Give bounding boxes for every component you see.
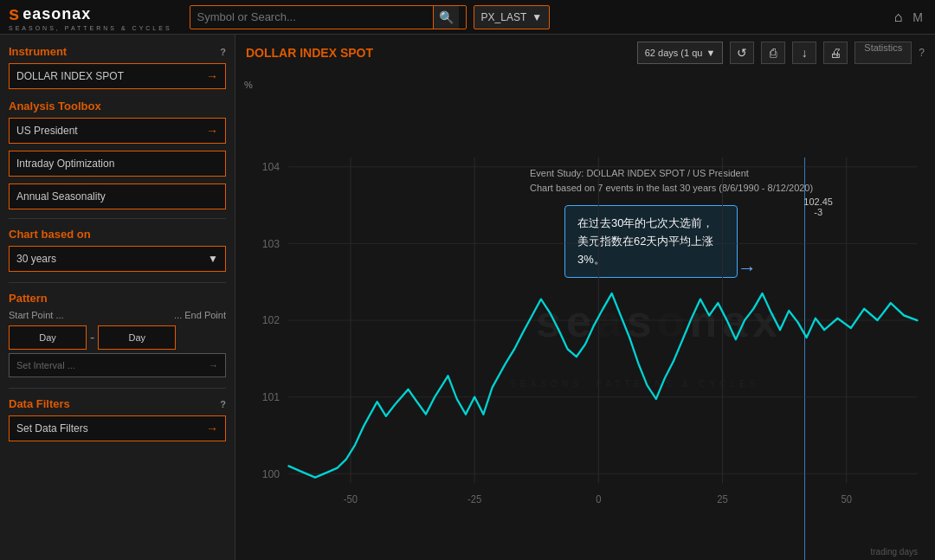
pattern-label: Pattern	[9, 292, 48, 305]
svg-text:103: 103	[262, 236, 280, 250]
print-icon: 🖨	[829, 46, 842, 60]
svg-text:101: 101	[262, 390, 280, 404]
intraday-optimization-label: Intraday Optimization	[16, 158, 114, 170]
chart-based-label: Chart based on	[9, 228, 91, 241]
pattern-title: Pattern	[9, 292, 226, 305]
px-last-label: PX_LAST	[481, 11, 527, 23]
us-president-arrow-icon: →	[206, 124, 218, 138]
logo: s easonax SEASONS, PATTERNS & CYCLES	[9, 3, 172, 31]
svg-text:104: 104	[262, 160, 280, 174]
instrument-value: DOLLAR INDEX SPOT	[16, 70, 124, 82]
svg-text:-50: -50	[344, 492, 358, 505]
chart-help-icon[interactable]: ?	[919, 47, 925, 59]
share-button[interactable]: ⎙	[761, 42, 785, 64]
download-icon: ↓	[802, 46, 808, 60]
set-data-filters-button[interactable]: Set Data Filters →	[9, 415, 226, 441]
svg-text:102: 102	[262, 313, 280, 327]
svg-text:-25: -25	[468, 492, 482, 505]
pattern-start-input[interactable]	[9, 325, 87, 350]
share-icon: ⎙	[770, 46, 777, 60]
home-button[interactable]: ⌂	[887, 10, 910, 25]
us-president-button[interactable]: US President →	[9, 118, 226, 144]
logo-s-letter: s	[9, 3, 19, 25]
pattern-end-label: ... End Point	[119, 310, 227, 320]
pattern-end-input[interactable]	[98, 325, 176, 350]
data-filters-help-icon[interactable]: ?	[220, 399, 226, 409]
annual-seasonality-button[interactable]: Annual Seasonality	[9, 183, 226, 209]
data-filters-value: Set Data Filters	[16, 422, 88, 434]
chart-svg: 100 101 102 103 104 -50 -25 0 25 50	[235, 71, 935, 560]
pattern-dash: -	[90, 330, 94, 345]
time-range-chevron-icon: ▼	[706, 48, 715, 58]
chart-title: DOLLAR INDEX SPOT	[246, 46, 630, 60]
chevron-down-icon: ▼	[532, 11, 542, 23]
chart-svg-container: seasonax SEASONS, PATTERNS & CYCLES Even…	[235, 71, 935, 560]
svg-text:25: 25	[717, 492, 728, 505]
analysis-toolbox-label: Analysis Toolbox	[9, 100, 101, 113]
logo-sub-text: SEASONS, PATTERNS & CYCLES	[9, 25, 172, 31]
chart-area: DOLLAR INDEX SPOT 62 days (1 qu ▼ ↺ ⎙ ↓ …	[235, 35, 935, 560]
search-button[interactable]: 🔍	[433, 6, 459, 29]
intraday-optimization-button[interactable]: Intraday Optimization	[9, 151, 226, 177]
data-filters-label: Data Filters	[9, 397, 70, 410]
chart-header: DOLLAR INDEX SPOT 62 days (1 qu ▼ ↺ ⎙ ↓ …	[235, 35, 935, 71]
chart-based-dropdown[interactable]: 30 years ▼	[9, 246, 226, 272]
refresh-icon: ↺	[737, 46, 747, 60]
chart-based-chevron-icon: ▼	[208, 253, 218, 265]
svg-text:0: 0	[596, 492, 602, 505]
statistics-label: Statistics	[864, 42, 902, 53]
data-filters-arrow-icon: →	[206, 422, 218, 435]
search-input[interactable]	[197, 10, 433, 23]
print-button[interactable]: 🖨	[823, 42, 848, 64]
px-last-dropdown[interactable]: PX_LAST ▼	[474, 5, 551, 29]
menu-button[interactable]: M	[909, 10, 926, 24]
instrument-arrow-icon: →	[206, 69, 218, 83]
refresh-button[interactable]: ↺	[730, 42, 754, 64]
analysis-toolbox-title: Analysis Toolbox	[9, 100, 226, 113]
sidebar: Instrument ? DOLLAR INDEX SPOT → Analysi…	[0, 35, 235, 560]
svg-text:100: 100	[262, 467, 280, 480]
pattern-start-label: Start Point ...	[9, 310, 116, 320]
chart-based-value: 30 years	[16, 253, 56, 265]
main-layout: Instrument ? DOLLAR INDEX SPOT → Analysi…	[0, 35, 935, 560]
instrument-help-icon[interactable]: ?	[220, 47, 226, 57]
set-interval-arrow-icon: →	[209, 360, 218, 370]
instrument-dropdown[interactable]: DOLLAR INDEX SPOT →	[9, 63, 226, 89]
chart-based-title: Chart based on	[9, 228, 226, 241]
data-filters-title: Data Filters ?	[9, 397, 226, 410]
statistics-button[interactable]: Statistics	[854, 42, 912, 64]
search-bar[interactable]: 🔍	[190, 5, 467, 29]
svg-text:50: 50	[841, 492, 852, 505]
pattern-inputs: -	[9, 325, 226, 350]
annual-seasonality-label: Annual Seasonality	[16, 190, 106, 203]
time-range-label: 62 days (1 qu	[645, 48, 703, 58]
pattern-section: Start Point ... ... End Point - Set Inte…	[9, 310, 226, 377]
set-interval-label: Set Interval ...	[16, 360, 75, 370]
topbar: s easonax SEASONS, PATTERNS & CYCLES 🔍 P…	[0, 0, 935, 35]
time-range-dropdown[interactable]: 62 days (1 qu ▼	[637, 42, 724, 64]
instrument-label: Instrument	[9, 45, 67, 58]
instrument-section-title: Instrument ?	[9, 45, 226, 58]
download-button[interactable]: ↓	[792, 42, 816, 64]
set-interval-button[interactable]: Set Interval ... →	[9, 353, 226, 377]
us-president-label: US President	[16, 125, 78, 137]
logo-easonax-text: easonax	[23, 5, 91, 23]
